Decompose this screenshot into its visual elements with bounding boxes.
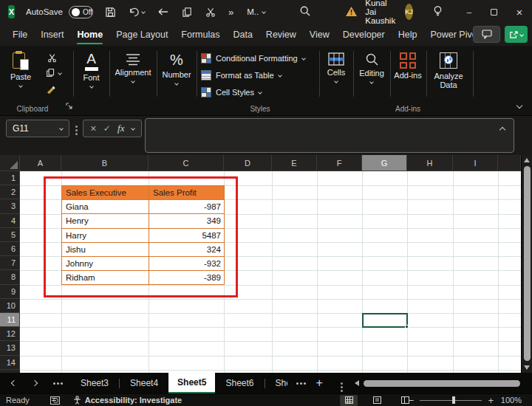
maximize-button[interactable] [482,0,507,24]
insert-function-icon[interactable]: fx [117,123,124,134]
row-header-11[interactable]: 11 [0,313,20,327]
user-name[interactable]: Kunal Jai Kaushik [365,0,399,25]
zoom-level[interactable]: 100% [494,396,522,405]
format-as-table-button[interactable]: Format as Table [201,67,282,83]
formula-input[interactable] [145,118,514,153]
search-icon[interactable] [299,5,311,18]
warning-icon[interactable] [345,6,358,18]
macro-record-icon[interactable] [50,396,60,405]
row-header-1[interactable]: 1 [0,171,20,185]
tab-help[interactable]: Help [392,24,424,46]
sheet-tab-sheet5-active[interactable]: Sheet5 [168,373,215,393]
row-header-4[interactable]: 4 [0,214,20,228]
column-header-partial[interactable] [498,155,521,171]
lightbulb-icon[interactable] [432,5,443,18]
user-avatar[interactable]: KJ [405,4,413,20]
cut-button[interactable] [47,52,57,66]
fill-handle[interactable] [405,325,409,328]
autosave-toggle[interactable]: Off [69,6,93,18]
comments-button[interactable] [473,26,500,43]
sheet-options-icon[interactable] [341,382,343,385]
scroll-up-icon[interactable] [524,158,530,162]
row-header-5[interactable]: 5 [0,228,20,242]
sheet-tab-sheet3[interactable]: Sheet3 [70,373,119,393]
row-header-6[interactable]: 6 [0,242,20,256]
addins-button[interactable]: Add-ins [391,52,425,80]
conditional-formatting-button[interactable]: Conditional Formatting [201,50,305,66]
row-header-2[interactable]: 2 [0,185,20,199]
row-header-9[interactable]: 9 [0,285,20,299]
accessibility-status[interactable]: Accessibility: Investigate [73,396,182,405]
vertical-scroll-thumb[interactable] [524,166,531,361]
tab-view[interactable]: View [303,24,336,46]
horizontal-scrollbar[interactable] [355,379,532,387]
number-group-button[interactable]: % Number [157,52,196,85]
tab-data[interactable]: Data [226,24,259,46]
horizontal-scroll-track[interactable] [364,379,528,387]
column-header-F[interactable]: F [317,155,362,171]
zoom-slider[interactable] [420,400,482,401]
collapse-ribbon-icon[interactable] [516,103,522,109]
cancel-icon[interactable]: × [90,123,96,134]
column-header-B[interactable]: B [61,155,149,171]
row-header-10[interactable]: 10 [0,299,20,313]
scroll-down-icon[interactable] [524,365,530,370]
row-header-7[interactable]: 7 [0,256,20,270]
column-header-E[interactable]: E [272,155,317,171]
close-button[interactable]: × [507,0,532,24]
tab-page-layout[interactable]: Page Layout [109,24,174,46]
name-box-dropdown-icon[interactable] [59,126,64,131]
format-painter-button[interactable] [46,84,57,98]
column-header-I[interactable]: I [453,155,498,171]
row-header-14[interactable]: 14 [0,356,20,370]
cells-group-button[interactable]: Cells [320,52,352,83]
undo-button[interactable] [129,7,145,18]
scroll-left-icon[interactable] [355,380,359,386]
copy-icon[interactable] [182,7,193,18]
collapse-formula-bar-icon[interactable] [499,127,505,133]
paste-dropdown-icon[interactable] [18,83,23,88]
minimize-button[interactable]: – [457,0,482,24]
select-all-corner[interactable] [0,155,20,171]
previous-sheet-icon[interactable] [11,380,17,386]
cell-styles-button[interactable]: Cell Styles [201,84,262,100]
new-sheet-button[interactable]: + [316,377,323,389]
tab-review[interactable]: Review [259,24,303,46]
worksheet-grid[interactable]: ABCDEFGHI 1234567891011121314 Sales Exec… [0,155,521,373]
more-menu-button[interactable]: M.. [247,7,265,16]
zoom-out-button[interactable]: − [409,395,415,406]
all-sheets-icon[interactable] [53,382,55,385]
zoom-slider-thumb[interactable] [452,396,455,404]
row-header-3[interactable]: 3 [0,199,20,213]
fx-dropdown-icon[interactable] [131,126,135,131]
column-header-H[interactable]: H [407,155,453,171]
share-button[interactable] [505,26,528,43]
name-box[interactable]: G11 [6,120,69,137]
tab-file[interactable]: File [6,24,34,46]
vertical-scrollbar[interactable] [521,155,532,373]
clipboard-dialog-launcher-icon[interactable] [66,99,72,112]
column-header-C[interactable]: C [149,155,224,171]
back-arrow-icon[interactable] [157,7,169,17]
editing-group-button[interactable]: Editing [354,52,389,83]
column-header-A[interactable]: A [20,155,61,171]
normal-view-button[interactable] [340,395,358,406]
zoom-in-button[interactable]: + [488,395,494,406]
active-cell-G11[interactable] [362,313,408,328]
tab-home[interactable]: Home [70,24,109,46]
tab-formulas[interactable]: Formulas [174,24,226,46]
next-sheet-icon[interactable] [32,380,38,386]
qat-overflow-button[interactable]: » [228,7,233,18]
tab-insert[interactable]: Insert [34,24,70,46]
copy-button[interactable] [46,68,61,78]
sheet-tab-truncated[interactable]: She [265,373,287,393]
excel-app-icon[interactable]: X [8,5,15,18]
formula-bar-dots-icon[interactable] [75,125,78,128]
paste-button[interactable]: Paste [10,51,31,87]
horizontal-scroll-thumb[interactable] [364,380,520,387]
row-header-12[interactable]: 12 [0,327,20,341]
copy-dropdown-icon[interactable] [58,71,62,75]
column-header-G[interactable]: G [362,155,407,171]
alignment-group-button[interactable]: Alignment [110,53,156,83]
cut-icon[interactable] [205,7,216,18]
